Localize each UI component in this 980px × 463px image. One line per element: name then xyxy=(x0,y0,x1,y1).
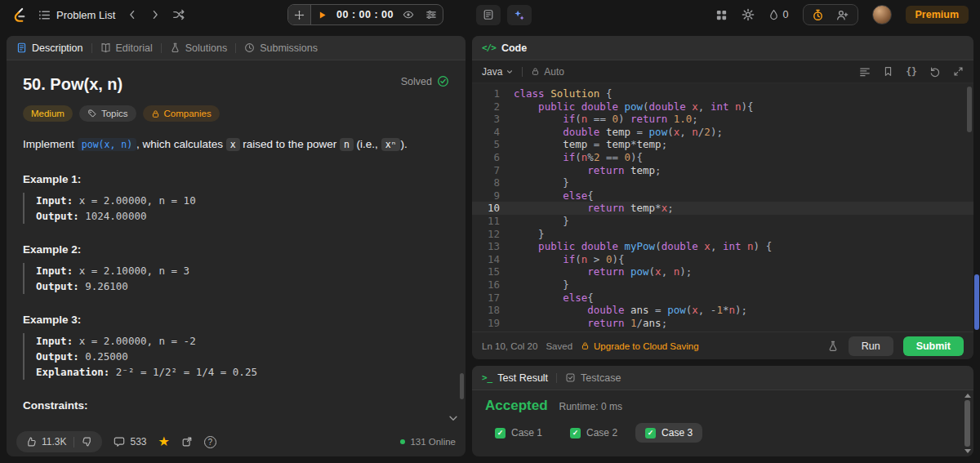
next-question-button[interactable] xyxy=(149,9,161,20)
lock-icon xyxy=(531,67,540,76)
code-line[interactable]: 10 return temp*x; xyxy=(472,202,973,215)
code-line[interactable]: 6 if(n%2 == 0){ xyxy=(472,151,973,164)
invite-user-icon[interactable] xyxy=(831,5,854,24)
reset-code-icon[interactable] xyxy=(929,66,941,78)
code-line[interactable]: 7 return temp; xyxy=(472,164,973,177)
help-icon[interactable]: ? xyxy=(204,436,216,448)
example-1-label: Example 1: xyxy=(23,173,449,185)
braces-icon[interactable]: {} xyxy=(906,66,917,78)
premium-button[interactable]: Premium xyxy=(906,6,969,24)
page-scrollbar[interactable] xyxy=(974,29,979,463)
scroll-down-arrow-icon[interactable] xyxy=(964,449,971,453)
lock-icon xyxy=(151,109,160,118)
shuffle-icon[interactable] xyxy=(172,8,185,21)
flask-icon[interactable] xyxy=(827,341,839,352)
case-chip[interactable]: ✓Case 2 xyxy=(560,423,627,443)
topics-badge[interactable]: Topics xyxy=(79,105,136,122)
code-line[interactable]: 17 else{ xyxy=(472,292,973,305)
code-line[interactable]: 14 if(n > 0){ xyxy=(472,253,973,266)
description-panel: Description Editorial Solutions xyxy=(7,36,466,456)
problem-title: 50. Pow(x, n) xyxy=(23,75,122,94)
code-line[interactable]: 4 double temp = pow(x, n/2); xyxy=(472,126,973,139)
timer-drag-handle[interactable] xyxy=(288,4,311,25)
favorite-star-icon[interactable]: ★ xyxy=(158,435,170,448)
avatar[interactable] xyxy=(872,5,892,24)
line-number: 5 xyxy=(472,138,500,151)
code-line[interactable]: 11 } xyxy=(472,215,973,228)
tab-solutions[interactable]: Solutions xyxy=(170,42,227,54)
bookmark-icon[interactable] xyxy=(883,66,893,77)
scroll-down-chevron-icon[interactable] xyxy=(448,412,459,424)
code-line[interactable]: 1class Solution { xyxy=(472,87,973,100)
tab-label: Submissions xyxy=(260,42,318,54)
timer-settings-icon[interactable] xyxy=(420,5,443,24)
like-button[interactable]: 11.3K xyxy=(25,436,66,447)
stopwatch-icon[interactable] xyxy=(807,5,830,24)
ai-sparkles-icon[interactable] xyxy=(507,5,532,25)
topics-label: Topics xyxy=(101,109,128,118)
scroll-up-arrow-icon[interactable] xyxy=(964,394,971,398)
code-line[interactable]: 19 return 1/ans; xyxy=(472,317,973,330)
description-content[interactable]: 50. Pow(x, n) Solved Medium Topi xyxy=(7,60,466,427)
case-chip[interactable]: ✓Case 3 xyxy=(635,423,702,443)
code-line[interactable]: 8 } xyxy=(472,176,973,189)
tab-test-result[interactable]: >_ Test Result xyxy=(482,372,548,384)
streak-counter[interactable]: 0 xyxy=(768,9,789,21)
code-line[interactable]: 16 } xyxy=(472,278,973,292)
submit-button[interactable]: Submit xyxy=(903,336,964,356)
problem-list-button[interactable]: Problem List xyxy=(38,9,115,21)
editor-scrollbar[interactable] xyxy=(967,87,972,328)
auto-label: Auto xyxy=(544,66,564,78)
line-number: 6 xyxy=(472,151,500,164)
description-scrollbar[interactable] xyxy=(460,373,464,399)
line-number: 8 xyxy=(472,176,500,189)
code-line[interactable]: 5 temp = temp*temp; xyxy=(472,138,973,151)
language-selector[interactable]: Java xyxy=(482,66,514,78)
apps-grid-icon[interactable] xyxy=(715,9,728,21)
tab-editorial[interactable]: Editorial xyxy=(100,42,153,54)
line-number: 1 xyxy=(472,87,500,100)
code-line[interactable]: 18 double ans = pow(x, -1*n); xyxy=(472,304,973,317)
dislike-button[interactable] xyxy=(82,436,93,447)
cloud-saving-label: Upgrade to Cloud Saving xyxy=(594,341,699,351)
code-line[interactable]: 12 } xyxy=(472,228,973,241)
companies-badge[interactable]: Companies xyxy=(143,105,220,122)
comments-button[interactable]: 533 xyxy=(114,436,146,447)
cloud-saving-link[interactable]: Upgrade to Cloud Saving xyxy=(581,341,699,351)
code-line[interactable]: 3 if(n == 0) return 1.0; xyxy=(472,113,973,126)
divider xyxy=(235,43,236,53)
description-doc-icon xyxy=(16,42,27,53)
result-scrollbar[interactable] xyxy=(963,392,972,455)
format-lines-icon[interactable] xyxy=(859,66,871,78)
code-line[interactable]: 2 public double pow(double x, int n){ xyxy=(472,100,973,114)
pow-function-link[interactable]: pow(x, n) xyxy=(78,138,136,151)
code-line[interactable]: 9 else{ xyxy=(472,189,973,203)
timer-play-button[interactable] xyxy=(311,5,333,24)
settings-gear-icon[interactable] xyxy=(742,8,755,21)
tab-submissions[interactable]: Submissions xyxy=(244,42,318,54)
tab-testcase[interactable]: Testcase xyxy=(565,372,621,384)
leetcode-logo[interactable] xyxy=(11,7,27,24)
case-check-icon: ✓ xyxy=(570,428,581,439)
likes-count: 11.3K xyxy=(42,436,66,447)
prev-question-button[interactable] xyxy=(127,9,138,20)
editor-toolbar: Java Auto xyxy=(472,60,973,83)
share-icon[interactable] xyxy=(181,436,193,447)
difficulty-badge[interactable]: Medium xyxy=(23,105,73,122)
line-number: 18 xyxy=(472,304,500,317)
terminal-icon: >_ xyxy=(482,372,492,383)
code-line[interactable]: 15 return pow(x, n); xyxy=(472,265,973,278)
run-button[interactable]: Run xyxy=(849,336,893,356)
notes-icon[interactable] xyxy=(476,5,501,25)
case-chip[interactable]: ✓Case 1 xyxy=(485,423,552,443)
cursor-position: Ln 10, Col 20 xyxy=(482,341,537,351)
problem-statement: Implement pow(x, n), which calculates x … xyxy=(23,136,449,154)
online-count: 131 Online xyxy=(410,437,456,447)
auto-mode-toggle[interactable]: Auto xyxy=(531,66,564,78)
fullscreen-icon[interactable] xyxy=(953,66,964,77)
code-editor[interactable]: 1class Solution {2 public double pow(dou… xyxy=(472,83,973,332)
eye-icon[interactable] xyxy=(397,5,420,24)
tab-description[interactable]: Description xyxy=(16,42,83,54)
example-3-block: Input: x = 2.00000, n = -2 Output: 0.250… xyxy=(23,333,449,380)
code-line[interactable]: 13 public double myPow(double x, int n) … xyxy=(472,240,973,253)
